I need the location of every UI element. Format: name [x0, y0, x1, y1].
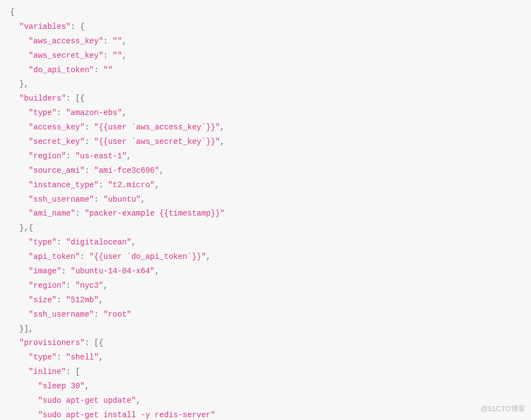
code-token: "sleep 30" [38, 382, 84, 391]
code-token: "sudo apt-get install -y redis-server" [38, 411, 215, 419]
code-token: : [57, 108, 66, 117]
code-token: "type" [29, 238, 57, 247]
code-token: : [57, 238, 66, 247]
code-token: "sudo apt-get update" [38, 396, 136, 405]
code-token [10, 108, 29, 117]
code-token: },{ [10, 223, 33, 232]
code-token: "do_api_token" [29, 66, 94, 74]
code-line: "builders": [{ [10, 92, 525, 106]
code-token: , [131, 238, 136, 247]
code-token: : [66, 152, 76, 161]
code-token: : [94, 310, 103, 319]
code-token [10, 281, 29, 290]
code-line: "ssh_username": "ubuntu", [10, 193, 525, 207]
code-token [10, 209, 29, 218]
code-token: "instance_type" [29, 181, 99, 189]
code-token: : [99, 181, 108, 189]
code-token [10, 166, 29, 175]
code-token: "" [103, 66, 113, 74]
code-token [10, 123, 29, 132]
code-token: : [103, 37, 113, 46]
code-token: : [84, 166, 94, 175]
code-line: "region": "us-east-1", [10, 149, 525, 164]
code-token: "region" [29, 281, 66, 290]
code-token: "{{user `aws_access_key`}}" [94, 123, 220, 132]
code-line: "type": "digitalocean", [10, 236, 525, 250]
code-token: : [{ [84, 338, 103, 347]
code-line: },{ [10, 221, 525, 236]
code-token: : [84, 123, 94, 132]
code-line: "api_token": "{{user `do_api_token`}}", [10, 250, 525, 264]
code-token [10, 367, 29, 376]
code-token [10, 94, 19, 103]
code-token: , [122, 51, 127, 60]
code-token: "ssh_username" [29, 310, 94, 319]
code-token: "provisioners" [19, 338, 85, 347]
code-line: "sudo apt-get install -y redis-server" [10, 408, 525, 420]
code-token: : [94, 66, 103, 74]
code-token [10, 181, 29, 189]
code-token: "variables" [19, 22, 71, 31]
code-line: "secret_key": "{{user `aws_secret_key`}}… [10, 135, 525, 149]
code-token: "image" [29, 267, 62, 276]
code-line: "inline": [ [10, 365, 525, 379]
code-token: "ami-fce3c696" [94, 166, 159, 175]
code-token: }, [10, 79, 29, 88]
code-token [10, 152, 29, 161]
code-token: "access_key" [29, 123, 85, 132]
code-token: "aws_access_key" [29, 37, 103, 46]
code-token: "512mb" [66, 296, 99, 304]
code-token [10, 137, 29, 146]
code-token: "builders" [19, 94, 66, 103]
watermark: @51CTO博客 [480, 402, 525, 416]
code-token: "" [113, 51, 122, 60]
code-token: "{{user `aws_secret_key`}}" [94, 137, 220, 146]
code-line: "ssh_username": "root" [10, 308, 525, 322]
code-token: , [154, 181, 159, 189]
code-token: "source_ami" [29, 166, 85, 175]
code-line: "image": "ubuntu-14-04-x64", [10, 264, 525, 279]
code-token [10, 51, 29, 60]
code-token: , [141, 195, 145, 204]
code-token: "packer-example {{timestamp}}" [84, 209, 224, 218]
code-token [10, 382, 38, 391]
code-token: "size" [29, 296, 57, 304]
code-token: , [99, 296, 103, 304]
code-token: , [99, 353, 103, 362]
code-token: "nyc3" [76, 281, 103, 290]
code-token: , [154, 267, 159, 276]
code-line: "instance_type": "t2.micro", [10, 178, 525, 193]
code-token: : [84, 137, 94, 146]
code-token: "ubuntu" [103, 195, 141, 204]
code-token: "api_token" [29, 252, 80, 261]
code-line: { [10, 6, 525, 20]
code-line: "type": "shell", [10, 351, 525, 365]
code-line: "aws_secret_key": "", [10, 49, 525, 63]
code-block: { "variables": { "aws_access_key": "", "… [10, 6, 525, 420]
code-token: "{{user `do_api_token`}}" [89, 252, 206, 261]
code-token: "shell" [66, 353, 99, 362]
code-token [10, 338, 19, 347]
code-token [10, 66, 29, 74]
code-token: : [61, 267, 71, 276]
code-token: : [66, 281, 76, 290]
code-token: : { [71, 22, 84, 31]
code-token: : [94, 195, 103, 204]
code-token [10, 396, 38, 405]
code-token [10, 267, 29, 276]
code-token: "amazon-ebs" [66, 108, 122, 117]
code-line: "source_ami": "ami-fce3c696", [10, 164, 525, 178]
code-token: "digitalocean" [66, 238, 132, 247]
code-token [10, 195, 29, 204]
code-token: "ubuntu-14-04-x64" [71, 267, 154, 276]
code-token [10, 22, 19, 31]
code-token: , [127, 152, 131, 161]
code-token [10, 252, 29, 261]
code-token: , [220, 137, 224, 146]
code-token: : [80, 252, 89, 261]
code-token: "" [113, 37, 122, 46]
code-line: "sleep 30", [10, 379, 525, 394]
code-line: }, [10, 77, 525, 92]
code-token: "type" [29, 108, 57, 117]
code-token: "region" [29, 152, 66, 161]
